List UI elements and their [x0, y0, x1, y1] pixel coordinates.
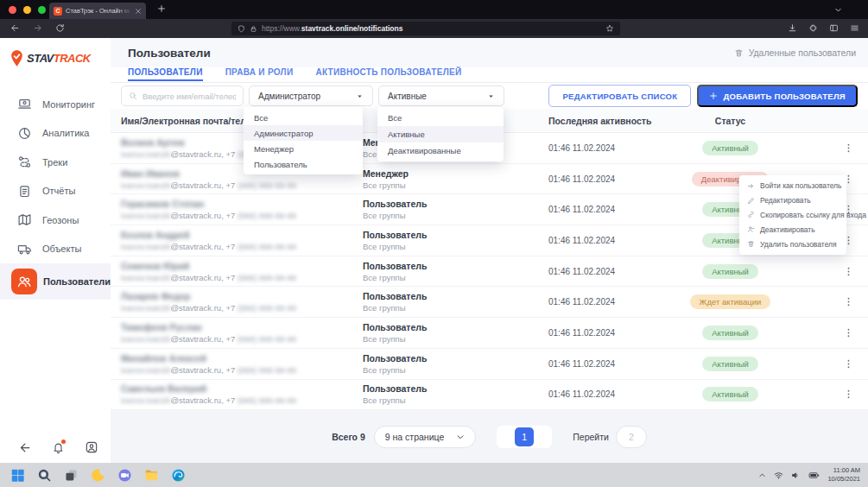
- forward-icon[interactable]: [33, 23, 42, 33]
- status-filter-select[interactable]: Активные: [378, 85, 504, 106]
- monitoring-icon: [17, 97, 32, 111]
- deleted-users-link[interactable]: Удаленные пользователи: [734, 47, 856, 58]
- sidebar-item-geozones[interactable]: Геозоны: [0, 206, 111, 235]
- kebab-menu-icon[interactable]: [843, 358, 854, 370]
- taskview-icon[interactable]: [64, 468, 79, 483]
- stavtrack-logo: STAVTRACK: [8, 49, 111, 67]
- user-group: Все группы: [363, 273, 548, 282]
- sidebar-item-analytics[interactable]: Аналитика: [0, 119, 111, 149]
- sidebar-item-monitoring[interactable]: Мониторинг: [0, 90, 111, 119]
- search-input[interactable]: [121, 85, 244, 106]
- lock-icon[interactable]: [250, 25, 257, 33]
- kebab-menu-icon[interactable]: [843, 389, 854, 400]
- kebab-menu-icon[interactable]: [843, 327, 854, 338]
- kebab-menu-icon[interactable]: [843, 142, 854, 154]
- taskbar-clock[interactable]: 11:00 AM 10/05/2021: [827, 466, 860, 484]
- sidebar-item-objects[interactable]: Объекты: [0, 235, 111, 264]
- sidebar-item-label: Пользователи: [43, 276, 111, 287]
- status-option-deactivated[interactable]: Деактивированные: [377, 142, 504, 159]
- row-context-menu: Войти как пользователь Редактировать Ско…: [739, 175, 846, 255]
- tab-close-icon[interactable]: [135, 8, 142, 15]
- next-page-icon[interactable]: [538, 432, 548, 441]
- role-filter-select[interactable]: Администратор: [249, 85, 373, 106]
- volume-icon[interactable]: [791, 471, 801, 480]
- context-menu-item-edit[interactable]: Редактировать: [739, 193, 846, 208]
- menu-icon[interactable]: [850, 23, 859, 33]
- context-menu-item-deactivate[interactable]: Деактивировать: [739, 222, 846, 237]
- search-field[interactable]: [143, 92, 236, 101]
- downloads-icon[interactable]: [788, 23, 797, 33]
- trash-icon: [734, 48, 744, 58]
- role-filter-value: Администратор: [258, 92, 320, 101]
- collapse-sidebar-icon[interactable]: [19, 441, 32, 454]
- pagination-bar: Всего 9 9 на странице 1 Перейти 2: [111, 410, 868, 463]
- context-menu-item-delete-user[interactable]: Удалить пользователя: [739, 237, 846, 251]
- chat-icon[interactable]: [117, 468, 132, 483]
- reports-icon: [17, 184, 32, 199]
- bookmark-star-icon[interactable]: [605, 24, 614, 33]
- new-tab-icon[interactable]: [157, 4, 166, 13]
- url-bar[interactable]: https://www. stavtrack.online/notificati…: [231, 22, 620, 35]
- profile-icon[interactable]: [85, 440, 98, 454]
- tab-activity[interactable]: АКТИВНОСТЬ ПОЛЬЗОВАТЕЛЕЙ: [315, 67, 461, 81]
- last-activity: 01:46 11.02.2024: [548, 267, 663, 276]
- tray-chevron-up-icon[interactable]: [758, 471, 766, 479]
- add-user-button[interactable]: ДОБАВИТЬ ПОЛЬЗОВАТЕЛЯ: [697, 85, 858, 107]
- tabs: ПОЛЬЗОВАТЕЛИПРАВА И РОЛИАКТИВНОСТЬ ПОЛЬЗ…: [111, 67, 868, 83]
- win-icon[interactable]: [10, 468, 25, 483]
- sidebar-item-reports[interactable]: Отчёты: [0, 177, 111, 206]
- per-page-select[interactable]: 9 на странице: [374, 426, 476, 448]
- context-menu-item-login-as-user[interactable]: Войти как пользователь: [739, 179, 846, 193]
- status-option-active[interactable]: Активные: [377, 126, 504, 142]
- reload-icon[interactable]: [55, 23, 65, 33]
- role-option-user[interactable]: Пользователь: [244, 156, 363, 172]
- analytics-icon: [17, 126, 32, 141]
- chevron-down-icon: [487, 92, 495, 100]
- user-name: Семенов Юрий: [121, 261, 363, 271]
- sidebar-nav: Мониторинг Аналитика Треки Отчёты Геозон…: [0, 90, 111, 300]
- kebab-menu-icon[interactable]: [843, 266, 854, 277]
- current-page[interactable]: 1: [515, 427, 534, 446]
- status-option-all[interactable]: Все: [377, 110, 504, 126]
- sidebar-panel-icon[interactable]: [829, 23, 839, 33]
- moon-icon[interactable]: [91, 468, 105, 483]
- battery-icon[interactable]: [808, 470, 820, 481]
- close-window-button[interactable]: [9, 6, 16, 14]
- notifications-bell-icon[interactable]: [52, 441, 65, 454]
- user-group: Все группы: [363, 334, 548, 344]
- sidebar-item-users[interactable]: Пользователи: [0, 263, 111, 300]
- notification-dot: [61, 440, 66, 444]
- goto-page-input[interactable]: 2: [616, 426, 647, 448]
- status-badge: Ждет активации: [690, 294, 771, 309]
- status-filter-value: Активные: [388, 92, 427, 101]
- sidebar-item-label: Треки: [42, 157, 67, 168]
- role-option-admin[interactable]: Администратор: [244, 125, 363, 141]
- edge-icon[interactable]: [171, 468, 186, 483]
- browser-tab[interactable]: С СтавТрэк - Онлайн мониторин: [49, 3, 146, 19]
- user-role: Пользователь: [363, 230, 548, 240]
- shield-icon[interactable]: [238, 25, 245, 33]
- kebab-menu-icon[interactable]: [843, 296, 854, 307]
- back-icon[interactable]: [10, 23, 20, 33]
- tab-roles[interactable]: ПРАВА И РОЛИ: [225, 67, 294, 81]
- user-role: Пользователь: [363, 291, 548, 301]
- maximize-window-button[interactable]: [38, 6, 46, 14]
- tbsearch-icon[interactable]: [37, 468, 52, 483]
- folder-icon[interactable]: [144, 468, 159, 483]
- wifi-icon[interactable]: [774, 471, 783, 480]
- prev-page-icon[interactable]: [501, 432, 510, 441]
- context-menu-item-copy-login-link[interactable]: Скопировать ссылку для входа: [739, 208, 846, 223]
- sidebar-item-label: Геозоны: [42, 215, 79, 225]
- last-activity: 01:46 11.02.2024: [548, 297, 663, 307]
- user-group: Все группы: [363, 211, 548, 220]
- minimize-window-button[interactable]: [23, 6, 31, 14]
- role-option-manager[interactable]: Менеджер: [244, 141, 363, 156]
- role-option-all[interactable]: Все: [244, 110, 363, 125]
- tab-users[interactable]: ПОЛЬЗОВАТЕЛИ: [128, 67, 203, 81]
- sidebar-item-tracks[interactable]: Треки: [0, 148, 111, 177]
- edit-list-button[interactable]: РЕДАКТИРОВАТЬ СПИСОК: [548, 85, 691, 107]
- trash-icon: [747, 240, 755, 248]
- tabs-overflow-chevron-icon[interactable]: [834, 6, 842, 14]
- extensions-icon[interactable]: [808, 23, 818, 33]
- user-group: Все группы: [363, 395, 548, 405]
